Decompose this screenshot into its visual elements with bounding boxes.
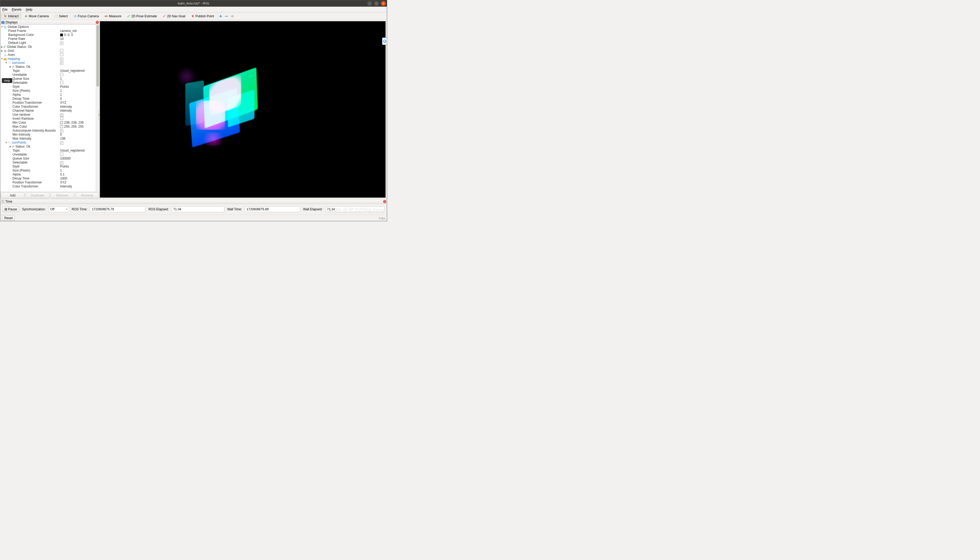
- mapping-label[interactable]: mapping: [8, 57, 20, 61]
- displays-panel-header[interactable]: Displays ×: [0, 20, 100, 25]
- window-maximize-button[interactable]: □: [374, 1, 379, 6]
- teamviewer-widget[interactable]: [382, 37, 387, 45]
- surround-queue[interactable]: Queue Size: [13, 77, 29, 81]
- window-close-button[interactable]: ✕: [381, 1, 386, 6]
- currpoints-topic-value[interactable]: /cloud_registered: [60, 148, 96, 153]
- expand-icon[interactable]: [5, 141, 7, 145]
- surround-selectable[interactable]: Selectable: [13, 81, 27, 85]
- tool-move-camera[interactable]: Move Camera: [22, 13, 51, 19]
- surround-mincolor[interactable]: Min Color: [13, 121, 26, 125]
- global-options-label[interactable]: Global Options: [8, 25, 29, 29]
- tool-remove-icon[interactable]: [225, 14, 228, 18]
- time-panel-header[interactable]: Time ×: [0, 199, 387, 204]
- surround-mincolor-value[interactable]: 238; 238; 236: [60, 121, 96, 125]
- surround-size[interactable]: Size (Pixels): [13, 89, 30, 93]
- surround-color-value[interactable]: Intensity: [60, 105, 96, 109]
- surround-style[interactable]: Style: [13, 85, 20, 89]
- surround-decay-value[interactable]: 0: [60, 97, 96, 101]
- expand-icon[interactable]: [5, 61, 7, 65]
- menu-file[interactable]: File: [2, 8, 7, 12]
- surround-maxint-value[interactable]: 156: [60, 137, 96, 141]
- currpoints-decay[interactable]: Decay Time: [13, 177, 29, 180]
- currpoints-decay-value[interactable]: 1000: [60, 177, 96, 180]
- tool-eye-icon[interactable]: [231, 14, 234, 18]
- splitter-handle[interactable]: ◂: [98, 110, 100, 120]
- surround-checkbox[interactable]: [60, 62, 63, 65]
- currpoints-status[interactable]: Status: Ok: [15, 145, 30, 148]
- currpoints-label[interactable]: currPoints: [12, 141, 26, 145]
- currpoints-queue[interactable]: Queue Size: [13, 157, 29, 161]
- menu-panels[interactable]: Panels: [12, 8, 22, 12]
- currpoints-topic[interactable]: Topic: [13, 148, 20, 153]
- currpoints-color[interactable]: Color Transformer: [13, 185, 38, 188]
- prop-bg-color[interactable]: Background Color: [8, 33, 34, 37]
- prop-frame-rate[interactable]: Frame Rate: [8, 37, 25, 41]
- surround-pos[interactable]: Position Transformer: [13, 101, 42, 105]
- surround-color[interactable]: Color Transformer: [13, 105, 38, 109]
- surround-unreliable-checkbox[interactable]: [60, 73, 63, 76]
- prop-default-light-checkbox[interactable]: [60, 42, 63, 45]
- displays-tree[interactable]: Global Options Fixed Framecamera_init Ba…: [0, 25, 96, 192]
- prop-default-light[interactable]: Default Light: [8, 41, 26, 45]
- surround-invert-checkbox[interactable]: [60, 117, 63, 120]
- expand-icon[interactable]: [1, 25, 3, 29]
- expand-icon[interactable]: [1, 45, 3, 49]
- window-minimize-button[interactable]: –: [367, 1, 372, 6]
- surround-alpha[interactable]: Alpha: [13, 93, 21, 97]
- remove-button[interactable]: Remove: [50, 193, 74, 198]
- tool-measure[interactable]: Measure: [102, 13, 124, 19]
- tree-scrollbar[interactable]: [96, 25, 100, 192]
- surround-rainbow-checkbox[interactable]: [60, 113, 63, 117]
- surround-label[interactable]: surround: [12, 61, 25, 65]
- mapping-checkbox[interactable]: [60, 58, 63, 61]
- currpoints-checkbox[interactable]: [60, 142, 63, 145]
- surround-pos-value[interactable]: XYZ: [60, 101, 96, 105]
- surround-maxint[interactable]: Max Intensity: [13, 137, 32, 141]
- currpoints-unreliable-checkbox[interactable]: [60, 153, 63, 156]
- rename-button[interactable]: Rename: [75, 193, 99, 198]
- tool-interact[interactable]: Interact: [1, 13, 21, 19]
- currpoints-style-value[interactable]: Points: [60, 165, 96, 168]
- time-panel-close-icon[interactable]: ×: [383, 200, 386, 203]
- add-button[interactable]: Add: [1, 193, 25, 198]
- displays-panel-close-icon[interactable]: ×: [96, 21, 99, 24]
- grid-label[interactable]: Grid: [8, 49, 14, 53]
- currpoints-alpha[interactable]: Alpha: [13, 173, 21, 177]
- currpoints-pos-value[interactable]: XYZ: [60, 180, 96, 185]
- grid-checkbox[interactable]: [60, 49, 63, 52]
- tool-select[interactable]: Select: [52, 13, 70, 19]
- axes-checkbox[interactable]: [60, 53, 63, 56]
- global-status-label[interactable]: Global Status: Ok: [7, 45, 32, 49]
- surround-unreliable[interactable]: Unreliable: [13, 73, 27, 77]
- prop-fixed-frame-value[interactable]: camera_init: [60, 29, 96, 33]
- tool-focus-camera[interactable]: Focus Camera: [71, 13, 101, 19]
- tool-add-icon[interactable]: [219, 14, 223, 18]
- reset-button[interactable]: Reset: [2, 215, 15, 221]
- currpoints-queue-value[interactable]: 100000: [60, 157, 96, 161]
- currpoints-selectable-checkbox[interactable]: [60, 162, 63, 165]
- currpoints-size[interactable]: Size (Pixels): [13, 168, 30, 173]
- expand-icon[interactable]: [9, 145, 12, 148]
- wall-elapsed-field[interactable]: 71.34: [325, 206, 385, 212]
- surround-selectable-checkbox[interactable]: [60, 81, 63, 84]
- currpoints-pos[interactable]: Position Transformer: [13, 180, 42, 185]
- surround-auto-checkbox[interactable]: [60, 130, 63, 133]
- surround-invert[interactable]: Invert Rainbow: [13, 117, 34, 121]
- sync-combo[interactable]: Off: [48, 206, 69, 212]
- menu-help[interactable]: Help: [26, 8, 32, 12]
- currpoints-selectable[interactable]: Selectable: [13, 161, 27, 165]
- currpoints-color-value[interactable]: Intensity: [60, 185, 96, 188]
- surround-alpha-value[interactable]: 1: [60, 93, 96, 97]
- surround-decay[interactable]: Decay Time: [13, 97, 29, 101]
- surround-maxcolor[interactable]: Max Color: [13, 125, 27, 129]
- 3d-viewport[interactable]: ◂: [100, 21, 386, 198]
- surround-rainbow[interactable]: Use rainbow: [13, 113, 30, 117]
- wall-time-field[interactable]: 1720608675.89: [245, 206, 300, 212]
- tool-publish-point[interactable]: Publish Point: [189, 13, 216, 19]
- surround-status[interactable]: Status: Ok: [15, 65, 30, 69]
- ros-time-field[interactable]: 1720608675.79: [90, 206, 146, 212]
- surround-queue-value[interactable]: 1: [60, 77, 96, 81]
- expand-icon[interactable]: [9, 65, 12, 69]
- ros-elapsed-field[interactable]: 71.34: [171, 206, 225, 212]
- surround-minint-value[interactable]: 0: [60, 133, 96, 137]
